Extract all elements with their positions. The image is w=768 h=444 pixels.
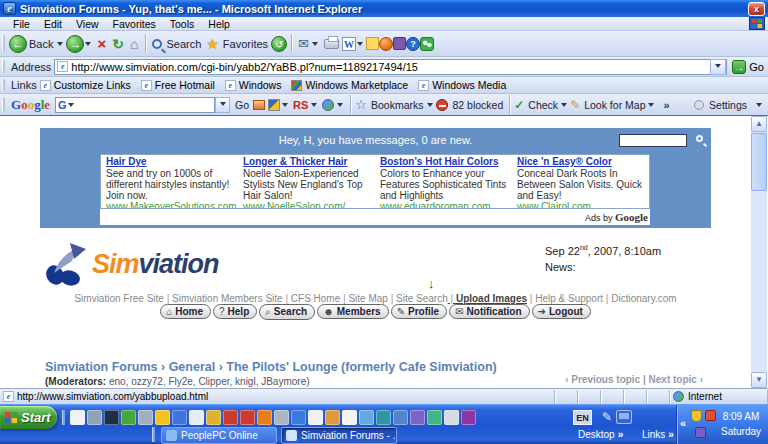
quick-launch-icon[interactable] (155, 410, 170, 425)
ad-title-link[interactable]: Boston's Hot Hair Colors (380, 156, 507, 168)
breadcrumb-link[interactable]: The Pilots' Lounge (formerly Cafe Simvia… (215, 360, 496, 374)
popup-blocked-icon[interactable] (436, 99, 448, 111)
quick-launch-icon[interactable] (308, 410, 323, 425)
tablet-pen-icon[interactable]: ✎ (602, 410, 612, 424)
close-button[interactable]: x (748, 2, 765, 16)
menu-item[interactable]: Favorites (106, 18, 163, 30)
orange-ball-icon[interactable] (379, 37, 393, 51)
ad[interactable]: Nice 'n Easy® Color Conceal Dark Roots I… (512, 155, 649, 208)
help-globe-icon[interactable]: ? (406, 37, 420, 51)
go-button[interactable]: → Go (732, 60, 764, 74)
forum-search-icon[interactable] (696, 135, 703, 142)
ad[interactable]: Longer & Thicker Hair Noelle Salon-Exper… (238, 155, 375, 208)
forward-icon[interactable]: → (66, 35, 84, 53)
toolbar-grip[interactable] (2, 97, 5, 112)
search-icon[interactable] (152, 39, 162, 49)
mail-icon[interactable]: ✉ (296, 36, 311, 51)
site-nav-link[interactable]: CFS Home (283, 293, 341, 304)
rs-dropdown-icon[interactable] (311, 103, 317, 110)
scrollbar-thumb[interactable] (751, 133, 767, 191)
task-button[interactable]: Simviation Forums - ... (281, 427, 397, 444)
messenger-icon[interactable] (420, 37, 434, 51)
tray-alert-icon[interactable] (705, 410, 716, 421)
quick-launch-icon[interactable] (376, 410, 391, 425)
favorites-icon[interactable]: ★ (204, 36, 221, 52)
quick-launch-icon[interactable] (206, 410, 221, 425)
site-nav-link[interactable]: Help & Support (527, 293, 603, 304)
ad-title-link[interactable]: Hair Dye (106, 156, 233, 168)
quick-launch-icon[interactable] (121, 410, 136, 425)
site-nav-link[interactable]: Upload Images (448, 293, 527, 304)
vertical-scrollbar[interactable]: ▲ ▼ (751, 116, 767, 388)
tray-app-icon[interactable] (695, 427, 706, 438)
quick-launch-icon[interactable] (257, 410, 272, 425)
toolbar-grip[interactable] (2, 60, 5, 73)
google-search-dropdown[interactable] (215, 97, 230, 113)
toolbar-grip[interactable] (2, 35, 5, 53)
forum-button[interactable]: ☻Members (317, 304, 388, 319)
site-nav-link[interactable]: Dictionary.com (603, 293, 677, 304)
ad-url-link[interactable]: www.eduardoroman.com (380, 201, 507, 208)
task-button[interactable]: PeoplePC Online (161, 427, 277, 444)
back-dropdown-icon[interactable] (57, 42, 63, 49)
pagerank-icon[interactable] (268, 99, 280, 111)
quick-launch-icon[interactable] (393, 410, 408, 425)
quick-launch-icon[interactable] (138, 410, 153, 425)
quick-launch-icon[interactable] (104, 410, 119, 425)
ads-by-google[interactable]: Ads by Google (100, 209, 650, 223)
look-for-map-button[interactable]: Look for Map (584, 99, 645, 111)
site-nav-link[interactable]: Site Search (388, 293, 448, 304)
discuss-icon[interactable] (366, 37, 379, 50)
site-nav-link[interactable]: Simviation Free Site (74, 293, 163, 304)
quick-launch-icon[interactable] (359, 410, 374, 425)
links-toolbar[interactable]: Links» (642, 429, 674, 440)
ad-url-link[interactable]: www.Clairol.com (517, 201, 644, 208)
menu-item[interactable]: File (6, 18, 37, 30)
settings-dropdown-icon[interactable] (756, 103, 762, 110)
quick-launch-icon[interactable] (461, 410, 476, 425)
menu-item[interactable]: View (69, 18, 106, 30)
quick-launch-icon[interactable] (274, 410, 289, 425)
forum-button[interactable]: ?Help (213, 304, 257, 319)
history-icon[interactable]: ↺ (271, 36, 287, 52)
home-icon[interactable]: ⌂ (127, 36, 141, 52)
forum-button[interactable]: ⌕Search (259, 304, 315, 320)
scroll-down-icon[interactable]: ▼ (751, 372, 767, 388)
breadcrumb-link[interactable]: General (158, 360, 216, 374)
language-indicator[interactable]: EN (573, 410, 592, 425)
simviation-logo[interactable]: Simviation (42, 234, 219, 294)
map-dropdown-icon[interactable] (648, 103, 654, 110)
ad-url-link[interactable]: www.NoelleSalon.com/ (243, 201, 370, 208)
site-nav-link[interactable]: Simviation Members Site (164, 293, 283, 304)
quick-launch-icon[interactable] (444, 410, 459, 425)
search-button[interactable]: Search (166, 38, 201, 50)
quick-launch-icon[interactable] (410, 410, 425, 425)
prev-next-topic[interactable]: ‹ Previous topic | Next topic › (565, 374, 703, 385)
menu-item[interactable]: Tools (163, 18, 202, 30)
ad[interactable]: Hair Dye See and try on 1000s of differe… (101, 155, 238, 208)
edit-dropdown-icon[interactable] (357, 42, 363, 49)
ad-title-link[interactable]: Nice 'n Easy® Color (517, 156, 644, 168)
quick-launch-icon[interactable] (325, 410, 340, 425)
stop-icon[interactable]: × (94, 35, 109, 52)
tray-chevron-icon[interactable]: « (680, 417, 686, 429)
forum-button[interactable]: ✉Notification (449, 304, 529, 319)
forum-button[interactable]: ➔Logout (532, 304, 591, 319)
toolbar-overflow-chevron[interactable]: » (663, 99, 669, 111)
display-settings-icon[interactable] (616, 410, 632, 424)
quick-launch-icon[interactable] (87, 410, 102, 425)
taskbar-clock[interactable]: 8:09 AM Saturday (716, 409, 766, 439)
blocked-count[interactable]: 82 blocked (453, 99, 504, 111)
rs-button[interactable]: RS (293, 99, 308, 111)
quick-launch-icon[interactable] (70, 410, 85, 425)
taskbar-grip[interactable] (152, 427, 155, 442)
menu-item[interactable]: Help (201, 18, 237, 30)
toolbar-grip[interactable] (2, 79, 5, 90)
ad-url-link[interactable]: www.MakeoverSolutions.com (106, 201, 233, 208)
check-button[interactable]: Check (528, 99, 558, 111)
links-bar-item[interactable]: Windows (225, 79, 282, 91)
quick-launch-grip[interactable] (62, 410, 65, 425)
back-icon[interactable]: ← (9, 35, 27, 53)
map-pen-icon[interactable]: ✎ (570, 98, 580, 112)
google-go-button[interactable]: Go (235, 99, 249, 111)
